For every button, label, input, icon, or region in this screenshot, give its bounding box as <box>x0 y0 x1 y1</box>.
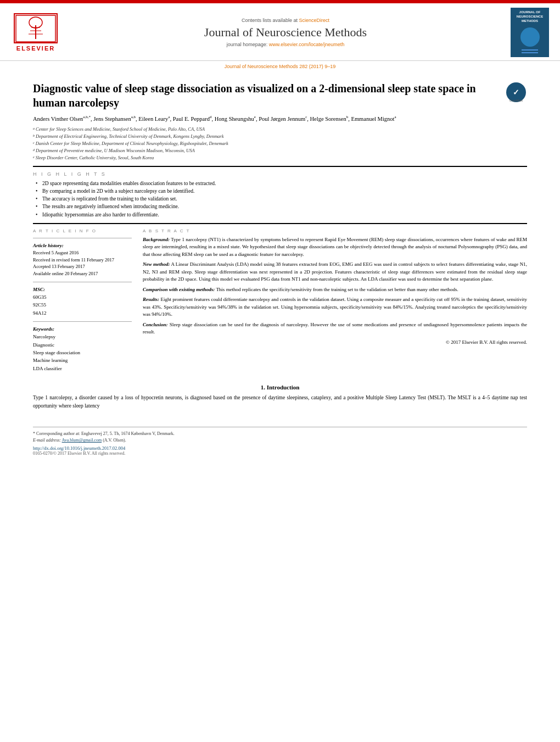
highlight-item-4: The results are negatively influenced wh… <box>36 203 527 210</box>
main-content: Diagnostic value of sleep stage dissocia… <box>0 70 560 461</box>
keyword-5: LDA classifier <box>33 365 132 372</box>
cover-line-decoration-2 <box>522 52 538 53</box>
cover-circle-decoration <box>520 27 540 47</box>
crossmark-logo-icon: ✓ CrossMark <box>505 81 527 103</box>
keyword-1: Narcolepsy <box>33 333 132 341</box>
email-link[interactable]: Ava.blum@gmail.com <box>62 438 102 443</box>
doi-line[interactable]: http://dx.doi.org/10.1016/j.jneumeth.201… <box>33 445 527 451</box>
highlight-item-1: 2D space representing data modalities en… <box>36 180 527 187</box>
sciencedirect-link[interactable]: ScienceDirect <box>299 18 330 23</box>
right-column: A B S T R A C T Background: Type 1 narco… <box>143 228 527 376</box>
footer: * Corresponding author at: Enghavevej 27… <box>33 427 527 456</box>
affiliations: aCenter for Sleep Sciences and Medicine,… <box>33 126 527 161</box>
affil-c: cDanish Center for Sleep Medicine, Depar… <box>33 141 527 147</box>
elsevier-logo-box <box>14 13 58 43</box>
divider-after-highlights <box>33 223 527 224</box>
highlight-item-2: By comparing a model in 2D with a subjec… <box>36 187 527 195</box>
issn-line: 0165-0270/© 2017 Elsevier B.V. All right… <box>33 451 527 456</box>
received-revised-date: Received in revised form 11 February 201… <box>33 256 132 264</box>
email-label: E-mail address: <box>33 438 61 443</box>
keyword-3: Sleep stage dissociation <box>33 349 132 356</box>
abstract-paragraph-comparison: Comparison with existing methods: This m… <box>143 286 527 294</box>
keyword-4: Machine learning <box>33 356 132 364</box>
svg-text:CrossMark: CrossMark <box>509 99 523 102</box>
results-label: Results: <box>143 297 159 302</box>
svg-text:✓: ✓ <box>513 88 519 97</box>
copyright-line: © 2017 Elsevier B.V. All rights reserved… <box>143 339 527 347</box>
introduction-heading: 1. Introduction <box>33 384 527 390</box>
elsevier-logo: ELSEVIER <box>11 13 60 52</box>
affil-d: dDepartment of Preventive medicine, U Ma… <box>33 148 527 154</box>
msc-code-1: 60G35 <box>33 293 132 301</box>
abstract-heading: A B S T R A C T <box>143 228 527 233</box>
authors-line: Anders Vinther Olsena,b,*, Jens Stephans… <box>33 114 527 123</box>
article-title-section: Diagnostic value of sleep stage dissocia… <box>33 81 527 110</box>
elsevier-brand-text: ELSEVIER <box>16 45 55 52</box>
affil-a: aCenter for Sleep Sciences and Medicine,… <box>33 126 527 133</box>
keywords-label: Keywords: <box>33 326 132 332</box>
abstract-paragraph-method: New method: A Linear Discriminant Analys… <box>143 261 527 283</box>
journal-homepage-link[interactable]: www.elsevier.com/locate/jneumeth <box>269 42 345 47</box>
abstract-paragraph-conclusion: Conclusion: Sleep stage dissociation can… <box>143 321 527 336</box>
highlights-list: 2D space representing data modalities en… <box>33 180 527 219</box>
affil-e: eSleep Disorder Center, Catholic Univers… <box>33 155 527 161</box>
introduction-section: 1. Introduction Type 1 narcolepsy, a dis… <box>33 384 527 410</box>
contents-line: Contents lists available at ScienceDirec… <box>71 18 500 23</box>
method-label: New method: <box>143 261 170 267</box>
introduction-text: Type 1 narcolepsy, a disorder caused by … <box>33 394 527 410</box>
msc-label: MSC: <box>33 287 132 292</box>
article-info-heading: A R T I C L E I N F O <box>33 228 132 233</box>
background-label: Background: <box>143 237 170 242</box>
article-history-label: Article history: <box>33 243 132 248</box>
available-date: Available online 20 February 2017 <box>33 270 132 277</box>
journal-cover: JOURNAL OF NEUROSCIENCE METHODS <box>511 8 549 57</box>
journal-title-main: Journal of Neuroscience Methods <box>71 25 500 40</box>
cover-line-decoration <box>522 49 538 51</box>
page: ELSEVIER Contents lists available at Sci… <box>0 0 560 742</box>
left-column: A R T I C L E I N F O Article history: R… <box>33 228 132 376</box>
divider-info-msc <box>33 282 132 282</box>
divider-info-top <box>33 238 132 238</box>
article-top-line: Journal of Neuroscience Methods 282 (201… <box>0 61 560 70</box>
cover-title-text: JOURNAL OF NEUROSCIENCE METHODS <box>517 10 543 23</box>
header-center: Contents lists available at ScienceDirec… <box>60 18 511 47</box>
abstract-section: A B S T R A C T Background: Type 1 narco… <box>143 228 527 347</box>
highlight-item-5: Idiopathic hypersomnias are also harder … <box>36 211 527 219</box>
keyword-2: Diagnostic <box>33 341 132 349</box>
affil-b: bDepartment of Electrical Engineering, T… <box>33 133 527 140</box>
msc-code-2: 92C55 <box>33 301 132 309</box>
divider-info-keywords <box>33 321 132 322</box>
accepted-date: Accepted 13 February 2017 <box>33 263 132 270</box>
article-title: Diagnostic value of sleep stage dissocia… <box>33 81 505 110</box>
journal-homepage: journal homepage: www.elsevier.com/locat… <box>71 42 500 47</box>
article-journal-ref-link[interactable]: Journal of Neuroscience Methods 282 (201… <box>225 64 336 69</box>
received-date: Received 5 August 2016 <box>33 249 132 256</box>
abstract-paragraph-background: Background: Type 1 narcolepsy (NT1) is c… <box>143 236 527 259</box>
article-info-section: A R T I C L E I N F O Article history: R… <box>33 228 132 372</box>
conclusion-label: Conclusion: <box>143 322 168 327</box>
corresponding-author-note: * Corresponding author at: Enghavevej 27… <box>33 431 527 444</box>
two-column-section: A R T I C L E I N F O Article history: R… <box>33 228 527 376</box>
divider-after-affiliations <box>33 166 527 167</box>
highlights-heading: H I G H L I G H T S <box>33 171 527 177</box>
comparison-label: Comparison with existing methods: <box>143 287 215 292</box>
highlight-item-3: The accuracy is replicated from the trai… <box>36 195 527 203</box>
abstract-paragraph-results: Results: Eight prominent features could … <box>143 296 527 319</box>
highlights-section: H I G H L I G H T S 2D space representin… <box>33 171 527 219</box>
abstract-text: Background: Type 1 narcolepsy (NT1) is c… <box>143 236 527 347</box>
elsevier-tree-icon <box>15 14 57 43</box>
journal-header: ELSEVIER Contents lists available at Sci… <box>0 3 560 61</box>
msc-code-3: 94A12 <box>33 309 132 317</box>
